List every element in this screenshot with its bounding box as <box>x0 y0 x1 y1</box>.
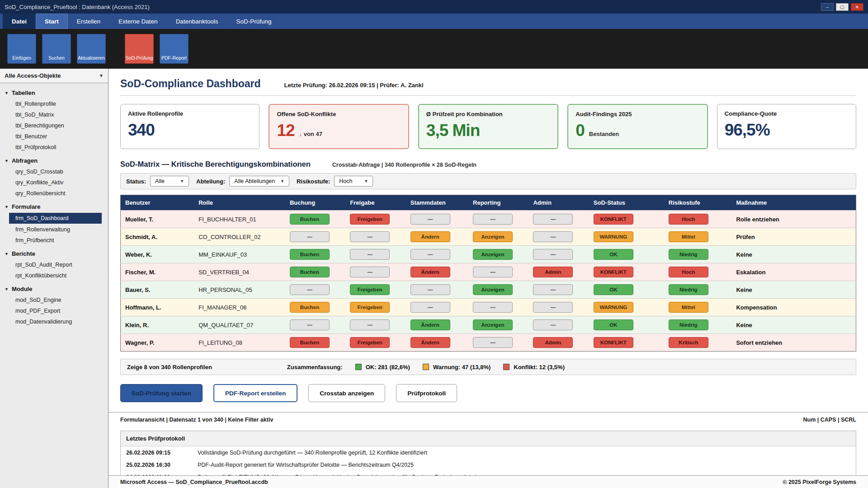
permission-chip[interactable]: Ändern <box>410 337 450 348</box>
filter-select-abteilung[interactable]: Alle Abteilungen▼ <box>229 176 289 187</box>
sidebar-item-tbl-rollenprofile[interactable]: tbl_Rollenprofile <box>0 99 108 109</box>
sidebar-item-tbl-benutzer[interactable]: tbl_Benutzer <box>0 131 108 142</box>
ribbon-tab-erstellen[interactable]: Erstellen <box>68 14 110 29</box>
sidebar-item-rpt-konflikt-bersicht[interactable]: rpt_Konfliktübersicht <box>0 270 108 281</box>
ribbon-button-sod-pr-fung[interactable]: SoD-Prüfung <box>125 34 154 64</box>
table-row-mueller-t[interactable]: Mueller, T.FI_BUCHHALTER_01BuchenFreigeb… <box>121 211 856 228</box>
sidebar-item-qry-rollen-bersicht[interactable]: qry_Rollenübersicht <box>0 188 108 199</box>
permission-chip[interactable]: — <box>533 319 573 330</box>
permission-chip[interactable]: Anzeigen <box>473 284 513 295</box>
sidebar-item-mod-datenvalidierung[interactable]: mod_Datenvalidierung <box>0 316 108 327</box>
sidebar-item-qry-konflikte-aktiv[interactable]: qry_Konflikte_Aktiv <box>0 177 108 188</box>
permission-chip[interactable]: Freigeben <box>350 214 390 225</box>
nav-group-module[interactable]: ▼Module <box>0 281 108 295</box>
sidebar-item-tbl-pr-fprotokoll[interactable]: tbl_Prüfprotokoll <box>0 142 108 153</box>
permission-chip[interactable]: — <box>290 231 330 242</box>
permission-chip[interactable]: — <box>533 231 573 242</box>
sidebar-item-mod-sod-engine[interactable]: mod_SoD_Engine <box>0 295 108 305</box>
kpi-label: Aktive Rollenprofile <box>128 110 252 117</box>
permission-chip[interactable]: Buchen <box>290 337 330 348</box>
navigation-pane-header[interactable]: Alle Access-Objekte ▼ <box>0 69 108 83</box>
permission-chip[interactable]: — <box>473 214 513 225</box>
ribbon-tab-datenbanktools[interactable]: Datenbanktools <box>167 14 227 29</box>
permission-chip[interactable]: — <box>410 302 450 313</box>
nav-group-abfragen[interactable]: ▼Abfragen <box>0 153 108 166</box>
sidebar-item-frm-pr-fbericht[interactable]: frm_Prüfbericht <box>0 235 108 246</box>
permission-chip[interactable]: — <box>473 267 513 277</box>
permission-chip[interactable]: Freigeben <box>350 302 390 313</box>
table-row-fischer-m[interactable]: Fischer, M.SD_VERTRIEB_04Buchen—Ändern—A… <box>121 263 856 281</box>
filter-dropdown-icon[interactable]: ▼ <box>99 73 104 78</box>
cell-massnahme: Keine <box>731 281 856 299</box>
ribbon-button-einf-gen[interactable]: Einfügen <box>7 34 36 64</box>
filter-select-risikostufe[interactable]: Hoch▼ <box>334 176 373 187</box>
permission-chip[interactable]: — <box>410 249 450 260</box>
kpi-value-row: 12↓ von 47 <box>277 121 401 140</box>
permission-chip[interactable]: — <box>533 249 573 260</box>
cell-freigabe: — <box>345 316 406 334</box>
permission-chip[interactable]: Buchen <box>290 214 330 225</box>
sidebar-item-qry-sod-crosstab[interactable]: qry_SoD_Crosstab <box>0 166 108 177</box>
table-row-wagner-p[interactable]: Wagner, P.FI_LEITUNG_08BuchenFreigebenÄn… <box>121 334 856 352</box>
sidebar-item-tbl-sod-matrix[interactable]: tbl_SoD_Matrix <box>0 109 108 120</box>
permission-chip[interactable]: — <box>290 319 330 330</box>
permission-chip[interactable]: — <box>350 319 390 330</box>
sidebar-item-frm-rollenverwaltung[interactable]: frm_Rollenverwaltung <box>0 224 108 235</box>
permission-chip[interactable]: — <box>410 284 450 295</box>
permission-chip[interactable]: Anzeigen <box>473 319 513 330</box>
permission-chip[interactable]: Buchen <box>290 267 330 277</box>
ribbon-tab-sod-pr-fung[interactable]: SoD-Prüfung <box>227 14 280 29</box>
permission-chip[interactable]: Anzeigen <box>473 231 513 242</box>
ribbon-tab-datei[interactable]: Datei <box>3 14 36 29</box>
permission-chip[interactable]: Anzeigen <box>473 249 513 260</box>
minimize-button[interactable]: – <box>821 3 834 11</box>
permission-chip[interactable]: Freigeben <box>350 337 390 348</box>
action-button-pdf-report-erstellen[interactable]: PDF-Report erstellen <box>213 384 297 402</box>
maximize-button[interactable]: ▢ <box>836 3 849 11</box>
permission-chip[interactable]: — <box>473 302 513 313</box>
table-row-klein-r[interactable]: Klein, R.QM_QUALITAET_07——ÄndernAnzeigen… <box>121 316 856 334</box>
permission-chip[interactable]: Ändern <box>410 267 450 277</box>
close-button[interactable]: ✕ <box>851 3 863 11</box>
table-row-weber-k[interactable]: Weber, K.MM_EINKAUF_03Buchen——Anzeigen—O… <box>121 246 856 263</box>
cell-freigabe: — <box>345 263 406 281</box>
ribbon-button-aktualisieren[interactable]: Aktualisieren <box>77 34 106 64</box>
column-header-rolle: Rolle <box>194 195 285 211</box>
permission-chip[interactable]: — <box>350 267 390 277</box>
table-row-hoffmann-l[interactable]: Hoffmann, L.FI_MANAGER_06BuchenFreigeben… <box>121 299 856 316</box>
nav-group-formulare[interactable]: ▼Formulare <box>0 199 108 212</box>
permission-chip[interactable]: Freigeben <box>350 284 390 295</box>
action-button-sod-pr-fung-starten[interactable]: SoD-Prüfung starten <box>120 384 203 402</box>
table-row-schmidt-a[interactable]: Schmidt, A.CO_CONTROLLER_02——ÄndernAnzei… <box>121 228 856 246</box>
permission-chip[interactable]: Ändern <box>410 319 450 330</box>
kpi-value-row: 96,5% <box>725 121 849 140</box>
table-row-bauer-s[interactable]: Bauer, S.HR_PERSONAL_05—Freigeben—Anzeig… <box>121 281 856 299</box>
sidebar-item-tbl-berechtigungen[interactable]: tbl_Berechtigungen <box>0 120 108 131</box>
permission-chip[interactable]: — <box>290 284 330 295</box>
permission-chip[interactable]: Buchen <box>290 302 330 313</box>
ribbon-tab-start[interactable]: Start <box>36 14 68 29</box>
permission-chip[interactable]: Buchen <box>290 249 330 260</box>
permission-chip[interactable]: Admin <box>533 267 573 277</box>
permission-chip[interactable]: — <box>533 302 573 313</box>
last-check-meta: Letzte Prüfung: 26.02.2026 09:15 | Prüfe… <box>284 82 424 89</box>
filter-select-status[interactable]: Alle▼ <box>150 176 189 187</box>
permission-chip[interactable]: — <box>473 337 513 348</box>
permission-chip[interactable]: — <box>533 284 573 295</box>
permission-chip[interactable]: — <box>350 231 390 242</box>
permission-chip[interactable]: — <box>533 214 573 225</box>
permission-chip[interactable]: — <box>410 214 450 225</box>
permission-chip[interactable]: Ändern <box>410 231 450 242</box>
nav-group-berichte[interactable]: ▼Berichte <box>0 246 108 259</box>
ribbon-button-suchen[interactable]: Suchen <box>42 34 71 64</box>
sidebar-item-frm-sod-dashboard[interactable]: frm_SoD_Dashboard <box>9 213 102 224</box>
ribbon-tab-externe-daten[interactable]: Externe Daten <box>109 14 166 29</box>
permission-chip[interactable]: — <box>350 249 390 260</box>
permission-chip[interactable]: Admin <box>533 337 573 348</box>
action-button-crosstab-anzeigen[interactable]: Crosstab anzeigen <box>308 384 385 402</box>
sidebar-item-mod-pdf-export[interactable]: mod_PDF_Export <box>0 305 108 316</box>
sidebar-item-rpt-sod-audit-report[interactable]: rpt_SoD_Audit_Report <box>0 259 108 270</box>
nav-group-tabellen[interactable]: ▼Tabellen <box>0 85 108 99</box>
action-button-pr-fprotokoll[interactable]: Prüfprotokoll <box>396 384 457 402</box>
ribbon-button-pdf-report[interactable]: PDF-Report <box>160 34 189 64</box>
